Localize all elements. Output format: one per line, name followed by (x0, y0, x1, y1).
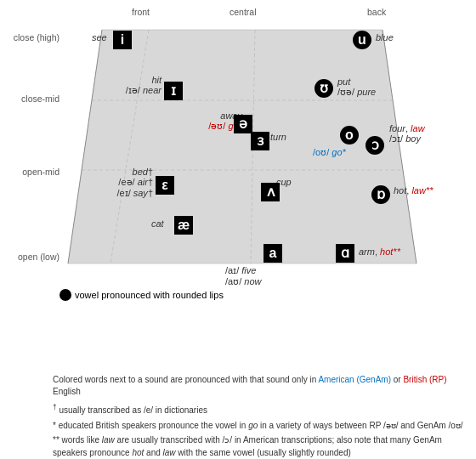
axis-central: central (230, 7, 257, 17)
row-open: open (low) (2, 252, 60, 262)
word-turn: turn (270, 132, 286, 142)
vowel-ezh: ɜ (251, 132, 269, 150)
vowel-chart: front central back close (high) close-mi… (0, 0, 476, 459)
word-blue: blue (376, 32, 394, 42)
axis-back: back (367, 7, 386, 17)
footnote-star: * educated British speakers pronounce th… (53, 420, 468, 433)
row-open-mid: open-mid (2, 167, 60, 177)
word-hit: hit/ɪə/ near (110, 75, 162, 96)
vowel-ae: æ (174, 216, 193, 235)
word-cat: cat (151, 218, 164, 229)
word-put: put/ʊə/ pure (337, 76, 376, 98)
word-go-blue: /oʊ/ go* (313, 147, 346, 158)
word-five-now: /aɪ/ five/aʊ/ now (225, 265, 261, 287)
legend-text: vowel pronounced with rounded lips (75, 290, 224, 300)
legend-circle-icon (60, 289, 71, 301)
vowel-open-o: ɔ (366, 136, 384, 155)
word-bed: bed† /eə/ air† /eɪ/ say† (68, 167, 153, 199)
vowel-script-o: ɒ (371, 185, 390, 204)
footnote-double-star: ** words like law are usually transcribe… (53, 434, 468, 459)
vowel-script-a: ɑ (336, 244, 354, 263)
vowel-a: a (264, 244, 282, 263)
svg-marker-0 (68, 30, 416, 264)
vowel-wedge: ʌ (261, 183, 280, 201)
word-see: see (92, 32, 107, 42)
vowel-upsilon: ʊ (314, 79, 333, 98)
word-hot: hot, law** (394, 185, 434, 196)
vowel-iota: ɪ (164, 82, 183, 100)
row-close-mid: close-mid (2, 94, 60, 104)
footnote-dagger: † usually transcribed as /e/ in dictiona… (53, 402, 468, 417)
word-arm: arm, hot** (359, 246, 400, 257)
footnote-area: Colored words next to a sound are pronou… (53, 355, 468, 459)
word-four: four, law/ɔɪ/ boy (389, 123, 425, 144)
vowel-schwa: ə (234, 115, 252, 133)
row-close: close (high) (2, 32, 60, 42)
vowel-epsilon: ε (156, 176, 174, 195)
footnote-colored: Colored words next to a sound are pronou… (53, 374, 468, 399)
word-away: away /əʊ/ go* (162, 110, 242, 132)
vowel-u: u (353, 31, 371, 49)
axis-front: front (132, 7, 150, 17)
legend-rounded: vowel pronounced with rounded lips (60, 289, 224, 301)
vowel-o: o (340, 126, 359, 144)
vowel-i: i (113, 31, 132, 49)
